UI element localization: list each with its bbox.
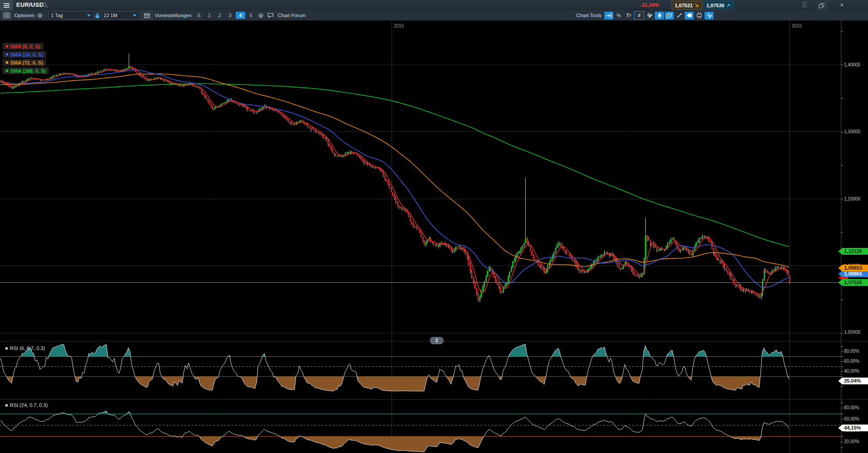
price-label-button[interactable] [685, 12, 694, 19]
bid-price: 1,07521 [675, 3, 693, 8]
presets-button[interactable]: Voreinstellungen [153, 13, 194, 18]
percent-icon: % [616, 13, 621, 18]
percent-tool-button[interactable]: % [614, 12, 623, 19]
layout-button-4-active[interactable]: 4 [236, 12, 245, 19]
calendar-button[interactable] [142, 11, 153, 20]
layout-button-5[interactable]: 5 [246, 12, 256, 19]
layout-gear-icon[interactable] [258, 13, 264, 19]
multi-window-button[interactable] [665, 12, 674, 19]
sma-24-price-tag: 1,08865 [838, 271, 868, 277]
sma-72-price-tag: 1,09653 [838, 265, 868, 271]
rsi-6-label[interactable]: RSI (6, 0.7, 0.3) [5, 346, 45, 351]
candle-style-button[interactable] [655, 12, 664, 19]
chevron-down-icon [133, 14, 136, 17]
candlestick-icon [658, 12, 662, 19]
sma-24-bullet-icon [6, 53, 8, 56]
grid-pencil-icon [647, 13, 653, 18]
chat-bubble-icon[interactable] [267, 13, 274, 18]
range-select[interactable]: 2J 1M [101, 11, 139, 19]
text-tool-icon: T [626, 13, 629, 18]
price-axis-label: 1,30000 [844, 129, 860, 134]
rsi2-axis-label: 20,00% [844, 439, 859, 444]
year-label-2015: 2015 [394, 23, 404, 28]
layout-button-s[interactable]: S [194, 12, 204, 19]
legend-sma-288-label: SMA (288, 0, S) [10, 68, 46, 74]
chart-tools-label: Chart-Tools [574, 13, 604, 18]
legend-sma-288[interactable]: SMA (288, 0, S) [3, 67, 49, 74]
chart-tools-group: Chart-Tools % TT # [574, 10, 714, 20]
chart-window: EUR/USD -21,34% 1,07521 1,07530 × [0, 0, 868, 453]
rsi2-axis-label: 80,00% [844, 405, 859, 410]
panel-splitter-handle[interactable] [430, 337, 443, 344]
chart-settings-button[interactable] [705, 12, 714, 19]
year-label-2016: 2016 [792, 23, 802, 28]
instrument-title: EUR/USD [16, 1, 44, 8]
legend-sma-6[interactable]: SMA (6, 0, S) [3, 43, 43, 50]
text-tool-icon-small: T [629, 14, 631, 18]
options-button[interactable]: Optionen [12, 13, 37, 18]
sma-6-bullet-icon [6, 45, 8, 47]
splitter-up-arrow-icon [435, 338, 438, 340]
rsi-6-bullet-icon [5, 347, 8, 350]
chart-forum-button[interactable]: Chart Forum [275, 13, 308, 18]
close-icon[interactable]: × [836, 1, 847, 9]
ask-price-button[interactable]: 1,07530 [703, 1, 734, 10]
legend-sma-24-label: SMA (24, 0, S) [10, 52, 43, 57]
price-chart-canvas[interactable] [0, 0, 868, 453]
sma-288-price-tag: 1,12125 [838, 248, 868, 255]
rsi-24-bullet-icon [5, 404, 8, 406]
arrow-into-bar-icon [606, 13, 611, 18]
options-gear-icon[interactable] [37, 13, 43, 19]
lock-icon[interactable] [95, 13, 100, 19]
bid-price-button[interactable]: 1,07521 [672, 1, 702, 10]
interval-value: 1 Tag [51, 13, 84, 18]
legend-sma-24[interactable]: SMA (24, 0, S) [3, 51, 46, 58]
ask-price: 1,07530 [706, 3, 724, 8]
layout-button-3[interactable]: 3 [225, 12, 235, 19]
restore-window-button[interactable] [816, 1, 827, 10]
grid-tool-button[interactable]: # [634, 11, 644, 20]
last-price-tag: 1,07525 [838, 279, 868, 286]
gear-pencil-icon [706, 13, 712, 18]
rsi-6-label-text: RSI (6, 0.7, 0.3) [10, 346, 45, 351]
layout-button-1[interactable]: 1 [205, 12, 214, 19]
rsi2-axis-label: 60,00% [844, 416, 859, 421]
range-value: 2J 1M [104, 13, 130, 18]
draw-grid-tool-button[interactable] [645, 12, 654, 19]
bid-down-arrow-icon [695, 3, 699, 8]
interval-select[interactable]: 1 Tag [48, 11, 93, 19]
price-axis-label: 1,00000 [844, 330, 860, 335]
calendar-icon [144, 13, 150, 18]
rsi1-axis-label: 40,00% [844, 369, 859, 374]
window-drag-grip[interactable] [802, 2, 807, 8]
trendline-icon [677, 13, 682, 18]
rsi1-axis-label: 80,00% [844, 349, 859, 354]
legend-sma-6-label: SMA (6, 0, S) [10, 44, 40, 49]
rsi-6-value-tag: 25,04% [838, 378, 868, 384]
printer-icon [696, 13, 702, 18]
chevron-down-icon [87, 14, 91, 17]
splitter-down-arrow-icon [435, 341, 438, 343]
list-icon [4, 13, 10, 18]
sma-288-bullet-icon [6, 70, 8, 72]
pointer-tool-button[interactable] [604, 12, 613, 19]
title-bar: EUR/USD -21,34% 1,07521 1,07530 × [0, 0, 868, 11]
rsi-24-label[interactable]: RSI (24, 0.7, 0.3) [5, 402, 48, 408]
legend-sma-72[interactable]: SMA (72, 0, S) [3, 59, 46, 66]
hamburger-menu-icon[interactable] [0, 0, 13, 10]
print-button[interactable] [695, 12, 704, 19]
rsi-24-value-tag: 44,15% [838, 425, 868, 431]
text-tool-button[interactable]: TT [624, 12, 633, 19]
grid-icon: # [638, 13, 640, 18]
chart-list-button[interactable] [1, 11, 12, 20]
trend-tool-button[interactable] [675, 12, 684, 19]
legend-sma-72-label: SMA (72, 0, S) [10, 60, 43, 65]
search-icon[interactable] [42, 2, 48, 8]
restore-icon [819, 3, 824, 8]
toolbar-separator [45, 12, 45, 19]
price-axis-label: 1,40000 [844, 62, 860, 67]
layout-button-2[interactable]: 2 [215, 12, 224, 19]
ask-up-arrow-icon [726, 3, 731, 8]
sma-72-bullet-icon [6, 61, 8, 64]
change-percent: -21,34% [640, 2, 659, 8]
